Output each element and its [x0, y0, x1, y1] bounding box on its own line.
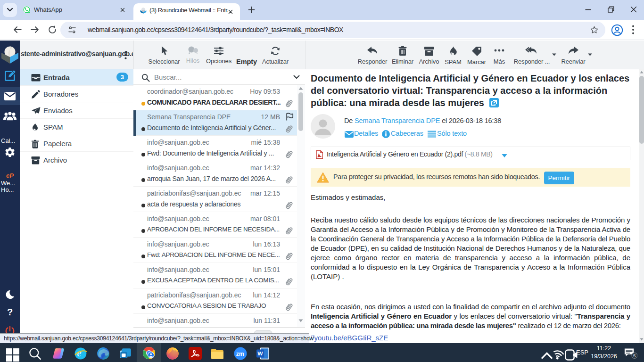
svg-text:W: W	[257, 350, 263, 357]
svg-text:zm: zm	[236, 351, 244, 357]
svg-text:e: e	[77, 348, 81, 358]
svg-text:5: 5	[633, 353, 636, 358]
